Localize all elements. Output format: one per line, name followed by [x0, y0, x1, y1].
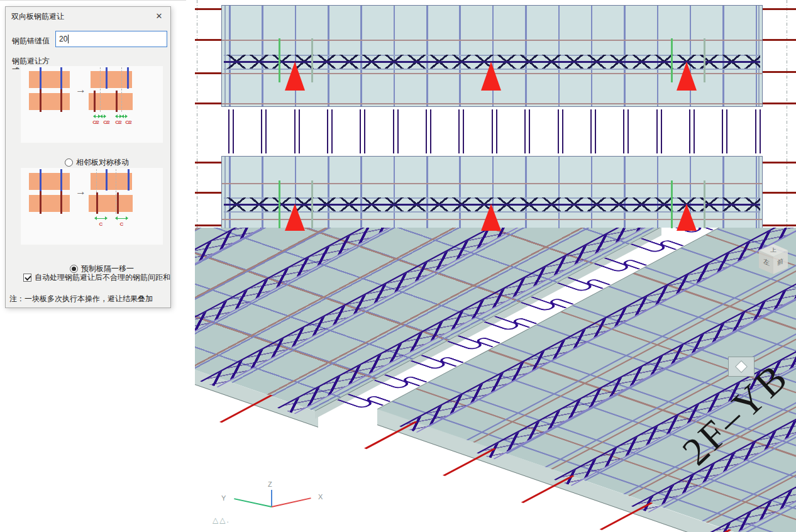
- protruding-rebar: [558, 109, 559, 153]
- spacer-bar-green: [279, 180, 280, 228]
- protruding-rebar: [463, 109, 464, 153]
- protruding-rebar: [529, 109, 530, 153]
- protruding-rebar: [393, 109, 394, 153]
- rebar-line-vertical: [394, 157, 395, 228]
- checkbox-label: 自动处理钢筋避让后不合理的钢筋间距和排: [35, 272, 171, 283]
- protruding-rebar: [661, 109, 662, 153]
- protruding-rebar: [496, 109, 497, 153]
- slab-cutout: [728, 357, 755, 377]
- spacer-bar-green: [279, 38, 280, 82]
- protruding-rebar: [722, 109, 723, 153]
- grid-axis-line: [787, 0, 787, 229]
- protruding-rebar: [656, 109, 658, 153]
- protruding-rebar: [228, 109, 229, 153]
- protruding-rebar: [689, 109, 690, 153]
- protruding-rebar: [327, 109, 328, 153]
- dialog-note: 注：一块板多次执行本操作，避让结果叠加: [9, 294, 168, 308]
- grid-line-red: [195, 192, 221, 194]
- protruding-rebar: [623, 109, 624, 153]
- protruding-rebar: [233, 109, 234, 153]
- grid-axis-line: [197, 0, 197, 229]
- grid-line-red: [763, 103, 796, 104]
- grid-line-red: [195, 224, 221, 226]
- view-cube[interactable]: 上 左 前: [758, 244, 789, 279]
- protruding-rebar: [524, 109, 526, 153]
- rebar-line-vertical: [657, 157, 659, 228]
- rebar-line-vertical: [624, 157, 626, 228]
- spacer-bar-green: [311, 38, 313, 82]
- plan-view-strips: [0, 0, 796, 239]
- grid-line-red: [763, 224, 796, 226]
- protruding-rebar: [595, 109, 596, 153]
- grid-line-red: [763, 162, 796, 163]
- protruding-rebar: [331, 109, 333, 153]
- protruding-rebar: [590, 109, 592, 153]
- direction-marker-triangle: [285, 204, 305, 231]
- slab-edge-line: [758, 157, 760, 228]
- axis-z-label: Z: [268, 480, 272, 488]
- rebar-line-horizontal: [222, 183, 762, 184]
- grid-line-red: [763, 39, 796, 41]
- protruding-rebar: [360, 109, 361, 153]
- spacer-bar-green: [311, 180, 313, 228]
- protruding-rebar: [627, 109, 629, 153]
- precast-slab-plan: [221, 156, 763, 228]
- protruding-rebar: [694, 109, 695, 153]
- rebar-line-vertical: [558, 157, 560, 228]
- protruding-rebar: [265, 109, 267, 153]
- spacer-bar-green: [704, 38, 705, 82]
- direction-marker-triangle: [285, 62, 305, 91]
- axis-y-line: [234, 498, 272, 507]
- spacer-bar-green: [704, 180, 705, 228]
- rebar-line-horizontal: [222, 103, 762, 104]
- rebar-line-vertical: [426, 157, 428, 228]
- grid-line-red: [763, 192, 796, 194]
- rebar-line-vertical: [591, 157, 593, 228]
- grid-line-red: [763, 8, 796, 10]
- corner-watermark: △△.: [213, 516, 230, 524]
- grid-line-red: [195, 103, 221, 104]
- axis-x-label: X: [318, 493, 323, 501]
- axis-z-line: [271, 490, 272, 507]
- grid-line-red: [195, 72, 221, 74]
- grid-line-red: [195, 162, 221, 163]
- protruding-rebar: [430, 109, 431, 153]
- rebar-line-vertical: [229, 157, 231, 228]
- protruding-rebar: [261, 109, 262, 153]
- direction-marker-triangle: [677, 62, 697, 91]
- rebar-line-vertical: [525, 157, 527, 228]
- rebar-line-vertical: [756, 157, 758, 228]
- view-cube-top-label: 上: [770, 247, 777, 254]
- protruding-rebar: [458, 109, 460, 153]
- protruding-rebar: [299, 109, 300, 153]
- spacer-bar-green: [671, 180, 673, 228]
- rebar-line-vertical: [459, 157, 461, 228]
- grid-line-red: [195, 39, 221, 41]
- grid-line-red: [763, 71, 796, 73]
- rebar-line-vertical: [328, 157, 329, 228]
- checkbox-icon[interactable]: [23, 274, 31, 282]
- viewport-3d[interactable]: 2F–YB 上 左 前 Z X Y △△.: [195, 228, 796, 532]
- rebar-line-vertical: [722, 157, 724, 228]
- grid-line-red: [195, 8, 221, 10]
- protruding-rebar: [492, 109, 493, 153]
- precast-slab-plan: [221, 5, 763, 107]
- protruding-rebar: [760, 109, 761, 153]
- auto-fix-checkbox-row[interactable]: 自动处理钢筋避让后不合理的钢筋间距和排: [23, 272, 171, 283]
- slab-edge-line: [224, 157, 226, 228]
- spacer-bar-green: [671, 38, 673, 82]
- protruding-rebar: [426, 109, 427, 153]
- axis-x-line: [272, 497, 311, 507]
- app-window: 双向板钢筋避让 ✕ 钢筋错缝值 20 钢筋避让方式 →: [0, 0, 796, 532]
- direction-marker-triangle: [677, 204, 697, 231]
- axis-y-label: Y: [221, 494, 226, 502]
- protruding-rebar: [364, 109, 365, 153]
- protruding-rebar: [726, 109, 727, 153]
- protruding-rebar: [755, 109, 756, 153]
- direction-marker-triangle: [481, 204, 501, 231]
- rebar-line-horizontal: [222, 40, 762, 41]
- rebar-line-vertical: [262, 157, 263, 228]
- rebar-line-vertical: [360, 157, 362, 228]
- protruding-rebar: [397, 109, 399, 153]
- protruding-rebar: [562, 109, 563, 153]
